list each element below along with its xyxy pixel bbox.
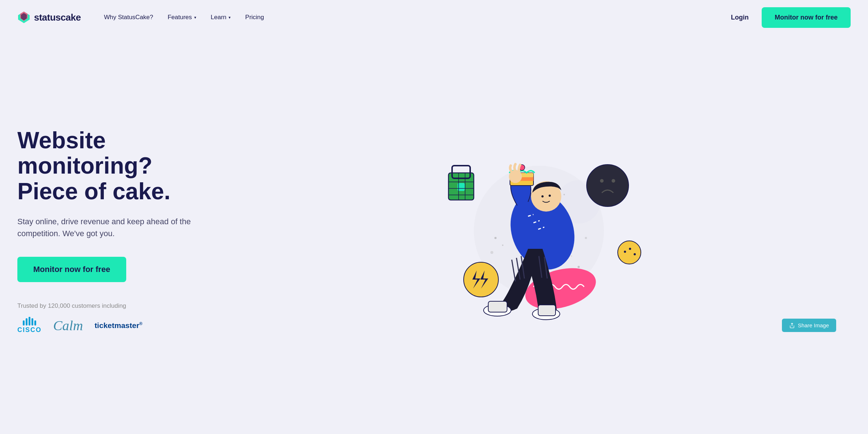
svg-point-47 [490,251,493,254]
nav-learn[interactable]: Learn ▾ [205,11,237,24]
nav-actions: Login Monitor now for free [724,7,851,28]
share-image-button[interactable]: Share Image [782,319,836,332]
svg-point-21 [634,253,636,255]
trusted-logos: CISCO Calm ticketmaster® [17,317,205,334]
nav-why-statuscake[interactable]: Why StatusCake? [98,11,159,24]
svg-point-46 [502,244,503,246]
svg-point-15 [600,179,604,183]
svg-point-51 [563,194,565,195]
trusted-text: Trusted by 120,000 customers including [17,302,205,310]
svg-point-45 [494,237,497,239]
features-chevron-icon: ▾ [194,15,196,20]
share-button-label: Share Image [798,322,829,328]
svg-point-16 [612,179,615,183]
svg-point-19 [624,251,626,253]
nav-cta-button[interactable]: Monitor now for free [762,7,851,28]
svg-point-38 [541,195,544,197]
nav-links: Why StatusCake? Features ▾ Learn ▾ Prici… [98,11,724,24]
hero-title: Website monitoring? Piece of cake. [17,128,205,204]
brand-name: statuscake [34,12,81,23]
statuscake-icon [17,11,30,24]
hero-cta-button[interactable]: Monitor now for free [17,257,126,282]
svg-point-39 [549,195,551,197]
svg-point-50 [585,237,587,239]
hero-section: Website monitoring? Piece of cake. Stay … [0,35,868,434]
share-icon [789,323,795,328]
hero-svg [405,129,651,332]
login-button[interactable]: Login [724,10,756,25]
nav-pricing[interactable]: Pricing [239,11,270,24]
nav-features[interactable]: Features ▾ [162,11,202,24]
logo[interactable]: statuscake [17,11,81,24]
navbar: statuscake Why StatusCake? Features ▾ Le… [0,0,868,35]
svg-rect-36 [538,305,556,316]
svg-point-48 [578,266,580,268]
hero-subtitle: Stay online, drive revenue and keep ahea… [17,216,191,239]
svg-point-18 [618,241,641,264]
svg-point-49 [571,255,572,257]
learn-chevron-icon: ▾ [229,15,231,20]
hero-illustration: Share Image [205,122,851,339]
cisco-logo: CISCO [17,317,42,334]
svg-rect-35 [488,301,507,312]
calm-logo: Calm [53,318,83,333]
svg-point-20 [629,248,631,250]
hero-content: Website monitoring? Piece of cake. Stay … [17,128,205,334]
cisco-bars-icon [23,317,36,326]
ticketmaster-logo: ticketmaster® [94,321,142,330]
